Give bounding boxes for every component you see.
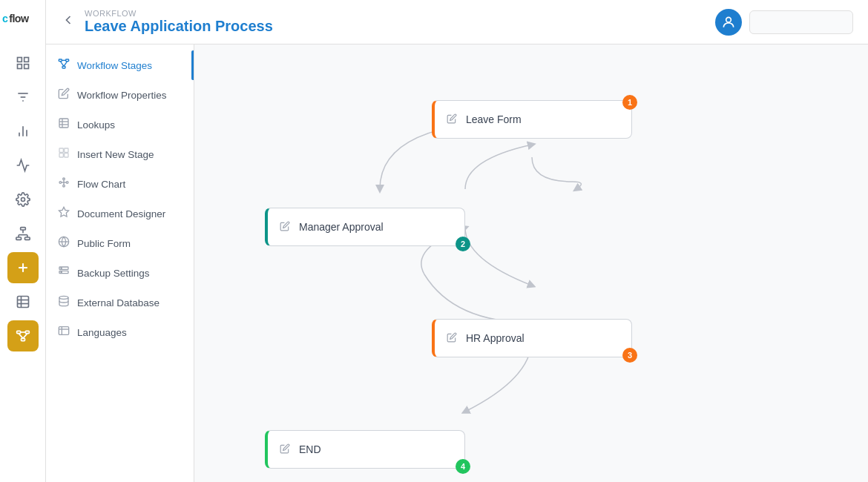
- svg-rect-39: [59, 119, 68, 128]
- public-form-icon: [58, 236, 70, 251]
- sidebar-label-insert-new-stage: Insert New Stage: [77, 149, 154, 160]
- badge-leave-form: 1: [622, 95, 637, 110]
- sidebar-item-document-designer[interactable]: Document Designer: [46, 199, 194, 228]
- svg-line-31: [19, 334, 23, 339]
- svg-rect-43: [59, 148, 63, 152]
- filter-icon[interactable]: [7, 82, 39, 113]
- svg-point-47: [59, 182, 62, 184]
- svg-rect-13: [20, 228, 25, 230]
- node-leave-form-label: Leave Form: [466, 113, 522, 125]
- node-end-label: END: [299, 443, 321, 455]
- svg-line-37: [60, 62, 64, 67]
- svg-point-50: [63, 185, 65, 187]
- svg-point-48: [63, 178, 65, 180]
- svg-rect-4: [17, 65, 22, 69]
- dashboard-icon[interactable]: [7, 47, 39, 79]
- svg-rect-61: [59, 327, 68, 335]
- svg-rect-35: [62, 66, 65, 68]
- icon-sidebar: c flow: [0, 0, 46, 482]
- insert-stage-icon: [58, 147, 70, 162]
- svg-rect-28: [21, 338, 24, 340]
- org-chart-icon[interactable]: [7, 218, 39, 249]
- svg-point-49: [66, 182, 68, 184]
- svg-rect-26: [16, 331, 20, 333]
- main-area: WORKFLOW Leave Application Process Workf…: [46, 0, 868, 482]
- workflow-stages-icon: [58, 58, 70, 73]
- edit-icon-end: [280, 443, 290, 456]
- lookups-icon: [58, 117, 70, 132]
- sidebar-item-lookups[interactable]: Lookups: [46, 110, 194, 139]
- edit-icon-leave-form: [447, 113, 457, 126]
- user-avatar[interactable]: [715, 9, 742, 36]
- sidebar-item-flow-chart[interactable]: Flow Chart: [46, 169, 194, 199]
- breadcrumb: WORKFLOW: [85, 9, 273, 18]
- sidebar-item-languages[interactable]: Languages: [46, 317, 194, 347]
- svg-rect-46: [65, 153, 68, 157]
- svg-rect-5: [24, 65, 28, 69]
- sidebar-label-workflow-properties: Workflow Properties: [77, 90, 167, 101]
- svg-marker-53: [59, 207, 68, 217]
- sidebar-label-languages: Languages: [77, 327, 127, 338]
- node-end[interactable]: END 4: [265, 430, 465, 469]
- svg-line-30: [23, 334, 27, 339]
- svg-line-38: [64, 62, 68, 67]
- svg-point-58: [61, 268, 62, 268]
- sidebar-item-backup-settings[interactable]: Backup Settings: [46, 258, 194, 288]
- edit-icon-manager-approval: [280, 221, 290, 234]
- badge-end: 4: [456, 459, 470, 474]
- sidebar-label-flow-chart: Flow Chart: [77, 179, 125, 190]
- header-title-area: WORKFLOW Leave Application Process: [85, 9, 273, 35]
- sidebar-item-workflow-stages[interactable]: Workflow Stages: [46, 50, 194, 80]
- svg-point-60: [59, 296, 68, 299]
- svg-rect-22: [17, 297, 28, 308]
- svg-point-59: [61, 271, 62, 272]
- sidebar-item-insert-new-stage[interactable]: Insert New Stage: [46, 139, 194, 169]
- secondary-sidebar: Workflow Stages Workflow Properties Look…: [46, 44, 194, 482]
- badge-manager-approval: 2: [456, 237, 470, 251]
- badge-hr-approval: 3: [622, 348, 637, 363]
- grid-table-icon[interactable]: [7, 286, 39, 317]
- svg-point-32: [726, 17, 731, 22]
- svg-rect-33: [59, 59, 62, 62]
- svg-rect-45: [59, 153, 63, 157]
- page-title: Leave Application Process: [85, 18, 273, 35]
- svg-rect-2: [17, 58, 22, 62]
- svg-rect-3: [24, 58, 28, 62]
- sidebar-item-external-database[interactable]: External Database: [46, 288, 194, 317]
- sidebar-label-external-database: External Database: [77, 297, 160, 308]
- svg-rect-27: [25, 331, 29, 333]
- document-designer-icon: [58, 206, 70, 221]
- node-hr-approval[interactable]: HR Approval 3: [432, 319, 632, 357]
- flow-canvas: Leave Form 1 Manager Approval 2 HR Appro…: [194, 44, 868, 482]
- sidebar-label-public-form: Public Form: [77, 238, 131, 249]
- svg-point-12: [21, 198, 24, 202]
- svg-rect-15: [24, 237, 30, 240]
- header-right: [715, 9, 853, 36]
- sidebar-label-lookups: Lookups: [77, 119, 115, 131]
- external-database-icon: [58, 295, 70, 310]
- languages-icon: [58, 325, 70, 340]
- settings-icon[interactable]: [7, 184, 39, 215]
- sidebar-label-backup-settings: Backup Settings: [77, 268, 150, 279]
- flow-chart-icon: [58, 176, 70, 191]
- back-button[interactable]: [61, 13, 76, 31]
- workflow-active-icon[interactable]: [7, 320, 39, 351]
- node-hr-approval-label: HR Approval: [466, 332, 525, 344]
- node-manager-approval[interactable]: Manager Approval 2: [265, 208, 465, 246]
- chart-icon[interactable]: [7, 116, 39, 147]
- workflow-properties-icon: [58, 88, 70, 102]
- svg-rect-44: [65, 148, 68, 152]
- app-logo: c flow: [2, 7, 44, 34]
- sidebar-item-public-form[interactable]: Public Form: [46, 228, 194, 258]
- sidebar-label-document-designer: Document Designer: [77, 208, 165, 219]
- node-leave-form[interactable]: Leave Form 1: [432, 100, 632, 139]
- analytics-icon[interactable]: [7, 150, 39, 181]
- header-left: WORKFLOW Leave Application Process: [61, 9, 273, 35]
- svg-rect-34: [66, 59, 69, 62]
- sidebar-item-workflow-properties[interactable]: Workflow Properties: [46, 80, 194, 110]
- add-button[interactable]: [7, 252, 39, 283]
- sidebar-label-workflow-stages: Workflow Stages: [77, 60, 152, 71]
- header-search-input[interactable]: [749, 10, 853, 34]
- svg-text:flow: flow: [9, 13, 30, 24]
- top-header: WORKFLOW Leave Application Process: [46, 0, 868, 44]
